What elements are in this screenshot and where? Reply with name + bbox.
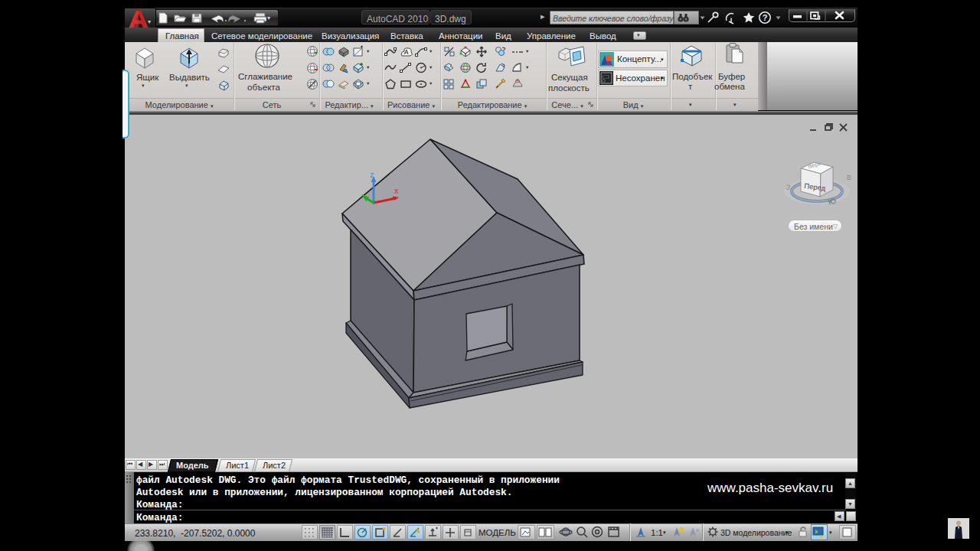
svg-text:x: x (394, 186, 399, 195)
svg-text:В: В (847, 174, 851, 181)
svg-text:z: z (370, 170, 374, 179)
svg-text:?: ? (763, 13, 768, 22)
